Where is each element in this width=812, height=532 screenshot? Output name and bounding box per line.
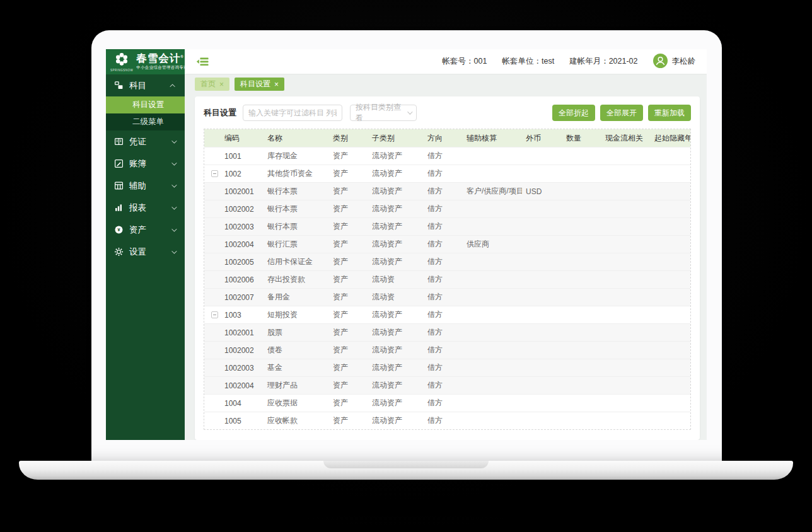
- table-row[interactable]: 1002007备用金资产流动资借方: [204, 288, 690, 306]
- table-row[interactable]: 1002002债卷资产流动资产借方: [204, 341, 690, 359]
- cell-name: 基金: [264, 362, 329, 373]
- cell-category: 资产: [329, 168, 368, 179]
- cell-aux-accounting: 客户/供应商/项目: [463, 186, 522, 197]
- cell-code: 1002005: [221, 258, 264, 267]
- sidebar-item-auxiliary[interactable]: 辅助: [106, 175, 185, 197]
- cell-name: 股票: [264, 327, 329, 338]
- sidebar-collapse-icon[interactable]: [196, 57, 209, 67]
- panel-title: 科目设置: [204, 107, 236, 119]
- table-row[interactable]: 1002004理财产品资产流动资产借方: [204, 376, 690, 394]
- cell-category: 资产: [329, 362, 368, 373]
- field-value: 2021-02: [609, 57, 638, 66]
- cell-direction: 借方: [424, 380, 463, 391]
- chevron-up-icon: [170, 84, 175, 89]
- cell-code: 1002003: [221, 223, 264, 231]
- content-area: 首页×科目设置× 科目设置 按科目类别查看 全部折起全部展开重新加载: [185, 74, 707, 440]
- close-icon[interactable]: ×: [219, 81, 224, 88]
- cell-subcategory: 流动资产: [368, 380, 424, 391]
- table-row[interactable]: 1002其他货币资金资产流动资产借方: [204, 165, 690, 182]
- table-row[interactable]: 1002001股票资产流动资产借方: [204, 323, 690, 341]
- view-mode-select[interactable]: 按科目类别查看: [350, 105, 417, 121]
- table-row[interactable]: 1002002银行本票资产流动资产借方: [204, 200, 690, 217]
- sidebar-item-assets[interactable]: ¥资产: [106, 219, 185, 241]
- sidebar-item-ledger[interactable]: 账簿: [106, 153, 185, 175]
- chevron-down-icon: [171, 226, 177, 231]
- header-cell: 编码: [221, 133, 264, 144]
- cell-code: 1004: [221, 399, 264, 408]
- cell-name: 银行本票: [264, 204, 329, 214]
- brand-subtitle: 中小企业综合管理咨询专家: [136, 65, 188, 71]
- cell-category: 资产: [329, 204, 368, 214]
- account-field: 帐套单位：test: [502, 56, 554, 67]
- svg-text:¥: ¥: [117, 227, 120, 233]
- table-row[interactable]: 1002004银行汇票资产流动资产借方供应商: [204, 235, 690, 253]
- cell-subcategory: 流动资产: [368, 168, 424, 179]
- sidebar-item-subjects[interactable]: 科目: [106, 74, 185, 96]
- cell-name: 库存现金: [264, 151, 329, 161]
- row-expand-cell: [204, 170, 221, 177]
- cell-direction: 借方: [424, 186, 463, 197]
- header-cell: 子类别: [368, 133, 424, 144]
- sidebar-item-settings[interactable]: 设置: [106, 241, 185, 263]
- cell-name: 短期投资: [264, 309, 329, 320]
- table-row[interactable]: 1003短期投资资产流动资产借方: [204, 306, 690, 323]
- table-row[interactable]: 1005应收帐款资产流动资产借方: [204, 412, 690, 429]
- table-row[interactable]: 1002005信用卡保证金资产流动资产借方: [204, 253, 690, 270]
- user-name: 李松龄: [672, 56, 696, 67]
- collapse-all-button[interactable]: 全部折起: [552, 105, 595, 121]
- avatar: [653, 54, 668, 70]
- cell-name: 债卷: [264, 345, 329, 356]
- cell-foreign-currency: USD: [522, 187, 562, 196]
- table-row[interactable]: 1002006存出投资款资产流动资借方: [204, 270, 690, 288]
- cell-subcategory: 流动资产: [368, 151, 424, 161]
- cell-name: 应收帐款: [264, 415, 329, 426]
- laptop-base: [19, 461, 793, 480]
- cell-category: 资产: [329, 292, 368, 303]
- reload-button[interactable]: 重新加载: [648, 105, 691, 121]
- tab-home[interactable]: 首页×: [195, 78, 229, 91]
- flower-logo-icon: [114, 52, 129, 69]
- table-row[interactable]: 1002001银行本票资产流动资产借方客户/供应商/项目USD: [204, 182, 690, 200]
- header-cell: 名称: [264, 133, 329, 144]
- cell-name: 银行本票: [264, 186, 329, 197]
- sidebar-submenu: 科目设置二级菜单: [106, 96, 185, 130]
- cell-category: 资产: [329, 257, 368, 267]
- filter-keyword-input[interactable]: [243, 105, 342, 121]
- cell-name: 应收票据: [264, 398, 329, 408]
- cell-code: 1002003: [221, 364, 264, 373]
- cell-category: 资产: [329, 380, 368, 391]
- chevron-down-icon: [171, 160, 177, 165]
- sidebar-subitem-secondary-menu[interactable]: 二级菜单: [106, 113, 185, 130]
- close-icon[interactable]: ×: [274, 81, 279, 88]
- cell-subcategory: 流动资产: [368, 204, 424, 214]
- sidebar-item-label: 资产: [129, 224, 166, 236]
- sidebar-subitem-subject-settings[interactable]: 科目设置: [106, 96, 185, 113]
- table-row[interactable]: 1004应收票据资产流动资产借方: [204, 394, 690, 412]
- laptop-screen: SPRINGSNOW 春雪会计® 中小企业综合管理咨询专家 科目科目设置二级菜单…: [91, 30, 722, 461]
- collapse-icon[interactable]: [211, 311, 218, 318]
- cell-code: 1005: [221, 417, 264, 425]
- sidebar-item-voucher[interactable]: 凭证: [106, 130, 185, 153]
- sidebar-item-reports[interactable]: 报表: [106, 197, 185, 219]
- cell-name: 银行本票: [264, 221, 329, 232]
- cell-code: 1002: [221, 170, 264, 178]
- table-row[interactable]: 1001库存现金资产流动资产借方: [204, 147, 690, 165]
- app-window: SPRINGSNOW 春雪会计® 中小企业综合管理咨询专家 科目科目设置二级菜单…: [106, 49, 707, 440]
- user-chip[interactable]: 李松龄: [653, 54, 696, 70]
- cell-category: 资产: [329, 345, 368, 356]
- expand-all-button[interactable]: 全部展开: [600, 105, 643, 121]
- collapse-icon[interactable]: [211, 170, 218, 177]
- toolbar: 科目设置 按科目类别查看 全部折起全部展开重新加载: [195, 96, 700, 127]
- cell-name: 其他货币资金: [264, 168, 329, 179]
- cell-subcategory: 流动资: [368, 274, 424, 285]
- cell-code: 1002004: [221, 381, 264, 390]
- sidebar-item-label: 辅助: [129, 180, 166, 192]
- laptop-mockup: SPRINGSNOW 春雪会计® 中小企业综合管理咨询专家 科目科目设置二级菜单…: [0, 0, 812, 532]
- table-row[interactable]: 1002003银行本票资产流动资产借方: [204, 217, 690, 235]
- voucher-icon: [114, 137, 124, 146]
- cell-name: 备用金: [264, 292, 329, 303]
- account-field: 建帐年月：2021-02: [569, 56, 637, 67]
- tab-subject-settings[interactable]: 科目设置×: [235, 78, 284, 91]
- table-row[interactable]: 1002003基金资产流动资产借方: [204, 359, 690, 376]
- field-label: 帐套单位：: [502, 57, 542, 66]
